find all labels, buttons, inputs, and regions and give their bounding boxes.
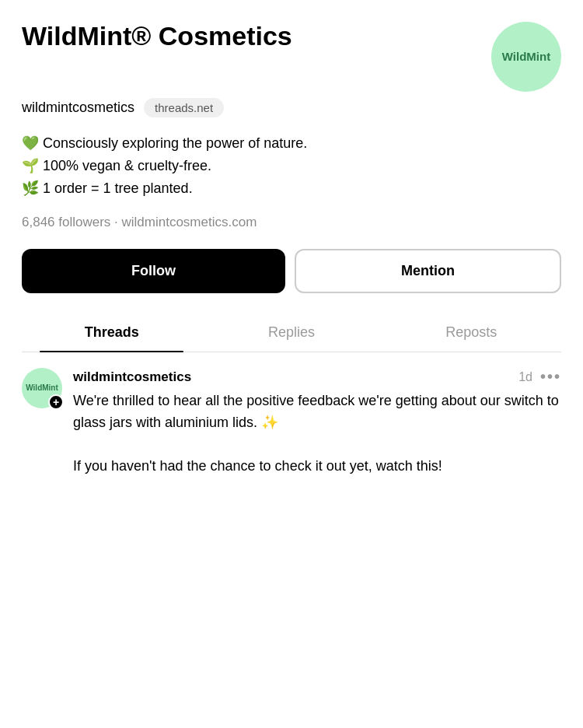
tab-reposts[interactable]: Reposts: [382, 312, 561, 352]
tab-replies-label: Replies: [268, 324, 315, 340]
thread-text-part1: We're thrilled to hear all the positive …: [73, 393, 559, 430]
thread-meta-row: wildmintcosmetics 1d •••: [73, 368, 561, 386]
bio-line-3: 🌿 1 order = 1 tree planted.: [22, 178, 561, 199]
thread-username[interactable]: wildmintcosmetics: [73, 369, 191, 385]
tabs-section: Threads Replies Reposts: [22, 312, 561, 352]
profile-section: WildMint® Cosmetics WildMint wildmintcos…: [0, 0, 583, 352]
thread-body: We're thrilled to hear all the positive …: [73, 390, 561, 478]
thread-content-col: wildmintcosmetics 1d ••• We're thrilled …: [73, 368, 561, 478]
thread-avatar-text: WildMint: [26, 383, 58, 393]
bio-line-2: 🌱 100% vegan & cruelty-free.: [22, 156, 561, 177]
thread-section: WildMint + wildmintcosmetics 1d ••• We'r…: [0, 352, 583, 493]
bio-line-1: 💚 Consciously exploring the power of nat…: [22, 133, 561, 154]
bio-section: 💚 Consciously exploring the power of nat…: [22, 133, 561, 199]
thread-time: 1d: [518, 370, 532, 384]
plus-badge[interactable]: +: [48, 394, 64, 410]
thread-menu-icon[interactable]: •••: [540, 368, 561, 386]
tab-reposts-label: Reposts: [445, 324, 497, 340]
tab-threads-label: Threads: [85, 324, 139, 340]
avatar: WildMint: [491, 22, 561, 92]
tab-replies[interactable]: Replies: [201, 312, 381, 352]
thread-item: WildMint + wildmintcosmetics 1d ••• We'r…: [22, 368, 561, 478]
action-buttons: Follow Mention: [22, 249, 561, 293]
thread-avatar-col: WildMint +: [22, 368, 62, 478]
mention-button[interactable]: Mention: [295, 249, 561, 293]
username-label: wildmintcosmetics: [22, 100, 134, 116]
thread-avatar: WildMint +: [22, 368, 62, 408]
profile-header: WildMint® Cosmetics WildMint: [22, 22, 561, 92]
tab-threads[interactable]: Threads: [22, 312, 201, 352]
profile-name: WildMint® Cosmetics: [22, 22, 491, 51]
platform-badge[interactable]: threads.net: [144, 98, 224, 117]
thread-time-menu: 1d •••: [518, 368, 561, 386]
username-row: wildmintcosmetics threads.net: [22, 98, 561, 117]
avatar-text: WildMint: [502, 50, 550, 64]
followers-website-row: 6,846 followers · wildmintcosmetics.com: [22, 215, 561, 230]
thread-text-part2: If you haven't had the chance to check i…: [73, 458, 442, 474]
follow-button[interactable]: Follow: [22, 249, 285, 293]
